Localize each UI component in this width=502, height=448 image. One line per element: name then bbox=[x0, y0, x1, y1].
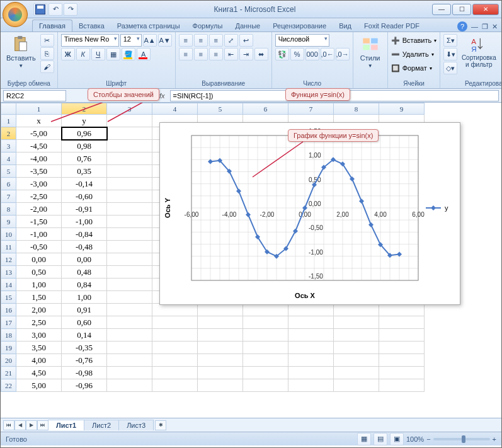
fill-color-icon[interactable]: 🪣 bbox=[122, 48, 135, 60]
col-header[interactable]: 3 bbox=[107, 103, 152, 115]
zoom-in-button[interactable]: + bbox=[493, 435, 496, 443]
col-header[interactable]: 5 bbox=[198, 103, 243, 115]
cell[interactable]: -3,00 bbox=[16, 178, 62, 190]
align-bottom-icon[interactable]: ≡ bbox=[209, 34, 223, 47]
row-header[interactable]: 3 bbox=[1, 140, 16, 152]
cell[interactable] bbox=[152, 342, 198, 354]
cell[interactable]: 2,50 bbox=[16, 316, 62, 329]
cell[interactable] bbox=[334, 329, 379, 342]
indent-inc-icon[interactable]: ⇥ bbox=[239, 48, 253, 60]
cell[interactable]: 4,50 bbox=[16, 367, 62, 379]
cell[interactable]: 0,84 bbox=[62, 279, 107, 291]
cell[interactable]: 2,00 bbox=[16, 304, 62, 316]
cell[interactable] bbox=[243, 329, 288, 342]
cell[interactable]: 0,00 bbox=[16, 253, 62, 266]
cell[interactable] bbox=[107, 279, 152, 291]
cell[interactable] bbox=[152, 367, 198, 379]
cell[interactable] bbox=[198, 316, 243, 329]
row-header[interactable]: 11 bbox=[1, 241, 16, 253]
cell[interactable] bbox=[107, 165, 152, 178]
cell[interactable] bbox=[334, 379, 379, 392]
cell[interactable]: 0,98 bbox=[62, 140, 107, 152]
cell[interactable] bbox=[379, 316, 425, 329]
cell[interactable] bbox=[288, 379, 334, 392]
row-header[interactable]: 10 bbox=[1, 228, 16, 241]
cell[interactable] bbox=[107, 115, 152, 127]
sheet-tab[interactable]: Лист3 bbox=[118, 420, 154, 430]
cell[interactable] bbox=[288, 367, 334, 379]
wrap-text-icon[interactable]: ↩ bbox=[239, 34, 253, 47]
cell[interactable] bbox=[107, 316, 152, 329]
cell[interactable]: -0,60 bbox=[62, 190, 107, 203]
qat-save-icon[interactable] bbox=[33, 3, 47, 16]
row-header[interactable]: 4 bbox=[1, 152, 16, 165]
cell[interactable] bbox=[198, 379, 243, 392]
sheet-nav-first-icon[interactable]: ⏮ bbox=[3, 420, 14, 430]
border-icon[interactable]: ▦ bbox=[106, 48, 120, 60]
cell[interactable] bbox=[152, 354, 198, 367]
cell[interactable] bbox=[107, 228, 152, 241]
cell[interactable] bbox=[288, 342, 334, 354]
row-header[interactable]: 2 bbox=[1, 127, 16, 140]
font-color-icon[interactable]: A bbox=[137, 48, 151, 60]
orientation-icon[interactable]: ⤢ bbox=[224, 34, 238, 47]
cell[interactable] bbox=[107, 190, 152, 203]
currency-icon[interactable]: 💱 bbox=[275, 48, 289, 60]
cell[interactable] bbox=[107, 379, 152, 392]
row-header[interactable]: 20 bbox=[1, 354, 16, 367]
sheet-nav-next-icon[interactable]: ▶ bbox=[26, 420, 37, 430]
row-header[interactable]: 22 bbox=[1, 379, 16, 392]
cell[interactable]: 0,96 bbox=[62, 127, 107, 140]
help-icon[interactable]: ? bbox=[457, 21, 467, 32]
comma-icon[interactable]: 000 bbox=[305, 48, 319, 60]
tab-view[interactable]: Вид bbox=[333, 20, 358, 32]
cell[interactable]: 0,14 bbox=[62, 329, 107, 342]
sheet-tab[interactable]: Лист1 bbox=[48, 420, 84, 430]
qat-redo-icon[interactable]: ↷ bbox=[64, 3, 77, 16]
cell[interactable]: 0,60 bbox=[62, 316, 107, 329]
cell[interactable] bbox=[243, 316, 288, 329]
cell[interactable] bbox=[152, 329, 198, 342]
fill-icon[interactable]: ⬇▾ bbox=[443, 48, 457, 60]
format-painter-icon[interactable]: 🖌 bbox=[40, 60, 54, 73]
cell[interactable]: 5,00 bbox=[16, 379, 62, 392]
cell[interactable]: 0,35 bbox=[62, 165, 107, 178]
cell[interactable]: -5,00 bbox=[16, 127, 62, 140]
indent-dec-icon[interactable]: ⇤ bbox=[224, 48, 238, 60]
minimize-button[interactable]: — bbox=[432, 4, 451, 15]
cell[interactable] bbox=[334, 354, 379, 367]
cell[interactable]: 0,48 bbox=[62, 266, 107, 279]
cell[interactable] bbox=[334, 316, 379, 329]
cell[interactable] bbox=[198, 354, 243, 367]
insert-cells-icon[interactable]: ➕ bbox=[391, 37, 400, 45]
row-header[interactable]: 1 bbox=[1, 115, 16, 127]
delete-cells-icon[interactable]: ➖ bbox=[391, 50, 400, 59]
sort-filter-button[interactable]: АЯ Сортировка и фильтр bbox=[459, 34, 498, 69]
cell[interactable] bbox=[107, 203, 152, 215]
cell[interactable]: -0,50 bbox=[16, 241, 62, 253]
underline-button[interactable]: Ч bbox=[91, 48, 105, 60]
tab-formulas[interactable]: Формулы bbox=[186, 20, 229, 32]
cell[interactable] bbox=[107, 329, 152, 342]
align-center-icon[interactable]: ≡ bbox=[194, 48, 208, 60]
cell[interactable] bbox=[288, 354, 334, 367]
styles-button[interactable]: Стили ▼ bbox=[357, 34, 384, 70]
cell[interactable] bbox=[107, 152, 152, 165]
dec-decimal-icon[interactable]: ,0→ bbox=[336, 48, 350, 60]
align-middle-icon[interactable]: ≡ bbox=[194, 34, 208, 47]
row-header[interactable]: 13 bbox=[1, 266, 16, 279]
cell[interactable] bbox=[379, 379, 425, 392]
font-size-combo[interactable]: 12 bbox=[120, 34, 142, 47]
cell[interactable] bbox=[152, 379, 198, 392]
italic-button[interactable]: К bbox=[76, 48, 90, 60]
tab-foxit[interactable]: Foxit Reader PDF bbox=[358, 20, 426, 32]
row-header[interactable]: 5 bbox=[1, 165, 16, 178]
grow-font-icon[interactable]: A▲ bbox=[143, 34, 157, 47]
cell[interactable] bbox=[107, 304, 152, 316]
shrink-font-icon[interactable]: A▼ bbox=[158, 34, 172, 47]
cell[interactable]: -4,00 bbox=[16, 152, 62, 165]
cell[interactable] bbox=[288, 316, 334, 329]
cell[interactable]: -0,84 bbox=[62, 228, 107, 241]
row-header[interactable]: 7 bbox=[1, 190, 16, 203]
cell[interactable] bbox=[107, 178, 152, 190]
